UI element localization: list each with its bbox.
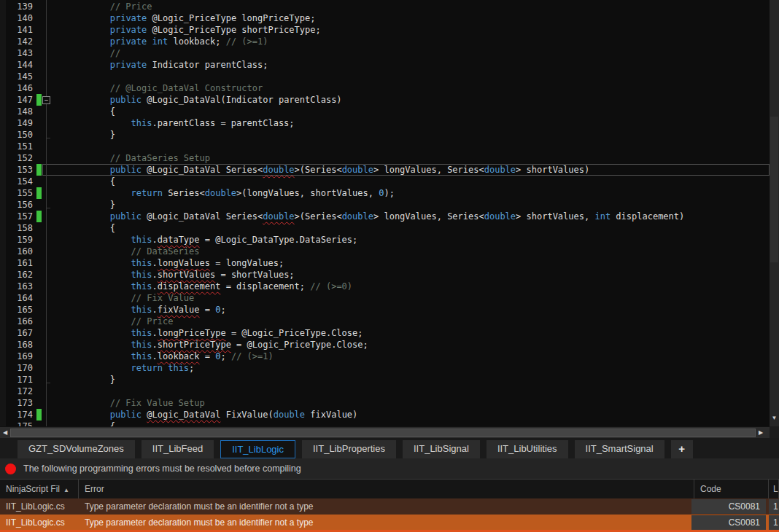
code-line[interactable]: 139 // Price <box>0 1 770 12</box>
code-line[interactable]: 147 public @Logic_DataVal(Indicator pare… <box>0 94 770 106</box>
code-line[interactable]: 154 { <box>0 176 770 187</box>
gutter-marker-column <box>35 339 42 351</box>
code-line[interactable]: 171 } <box>0 374 770 386</box>
line-number: 147 <box>0 94 35 106</box>
line-number: 139 <box>0 1 35 12</box>
error-file-cell: IIT_LibLogic.cs <box>0 515 79 531</box>
code-line[interactable]: 157 public @Logic_DataVal Series<double>… <box>0 211 770 222</box>
code-line[interactable]: 155 return Series<double>(longValues, sh… <box>0 187 770 199</box>
code-line[interactable]: 164 // Fix Value <box>0 292 770 304</box>
line-number: 163 <box>0 281 35 292</box>
gutter-marker-column <box>35 269 42 281</box>
code-line[interactable]: 140 private @Logic_PriceType longPriceTy… <box>0 12 770 24</box>
code-text: this.shortValues = shortValues; <box>42 269 770 281</box>
code-line[interactable]: 174 public @Logic_DataVal FixValue(doubl… <box>0 409 770 420</box>
line-number: 168 <box>0 339 35 351</box>
error-table-row[interactable]: IIT_LibLogic.csType parameter declaratio… <box>0 515 779 531</box>
error-table-row[interactable]: IIT_LibLogic.csType parameter declaratio… <box>0 498 779 515</box>
change-marker <box>36 164 42 176</box>
tab-iit_libutilities[interactable]: IIT_LibUtilities <box>487 440 568 458</box>
code-line[interactable]: 159 this.dataType = @Logic_DataType.Data… <box>0 234 770 246</box>
code-text: this.longValues = longValues; <box>42 257 770 269</box>
code-line[interactable]: 142 private int lookback; // (>=1) <box>0 36 770 47</box>
header-line-column[interactable]: L <box>769 480 779 498</box>
code-line[interactable]: 167 this.longPriceType = @Logic_PriceTyp… <box>0 327 770 339</box>
code-line[interactable]: 152 // DataSeries Setup <box>0 152 770 164</box>
gutter-marker-column <box>35 257 42 269</box>
gutter-marker-column <box>35 281 42 292</box>
code-line[interactable]: 151 <box>0 141 770 152</box>
horizontal-scrollbar-thumb[interactable] <box>10 429 756 437</box>
code-line[interactable]: 150 } <box>0 129 770 141</box>
vertical-scrollbar[interactable]: ▼ <box>770 0 779 426</box>
code-text: this.dataType = @Logic_DataType.DataSeri… <box>42 234 770 246</box>
code-editor[interactable]: 139 // Price140 private @Logic_PriceType… <box>0 0 770 426</box>
gutter-marker-column <box>35 211 42 222</box>
tab-gzt_sdvolumezones[interactable]: GZT_SDVolumeZones <box>18 440 135 458</box>
gutter-marker-column <box>35 292 42 304</box>
tab-iit_libfeed[interactable]: IIT_LibFeed <box>142 440 214 458</box>
line-number: 146 <box>0 82 35 94</box>
code-line[interactable]: 160 // DataSeries <box>0 246 770 257</box>
add-tab-button[interactable]: + <box>671 440 693 458</box>
line-number: 170 <box>0 362 35 374</box>
header-file-label: NinjaScript Fil <box>6 484 60 494</box>
code-line[interactable]: 161 this.longValues = longValues; <box>0 257 770 269</box>
line-number: 162 <box>0 269 35 281</box>
code-text: public @Logic_DataVal FixValue(double fi… <box>42 409 770 420</box>
code-line[interactable]: 149 this.parentClass = parentClass; <box>0 117 770 129</box>
line-number: 157 <box>0 211 35 222</box>
code-line[interactable]: 165 this.fixValue = 0; <box>0 304 770 316</box>
gutter-marker-column <box>35 386 42 397</box>
code-line[interactable]: 172 <box>0 386 770 397</box>
line-number: 166 <box>0 316 35 327</box>
code-line[interactable]: 168 this.shortPriceType = @Logic_PriceTy… <box>0 339 770 351</box>
gutter-marker-column <box>35 94 42 106</box>
gutter-marker-column <box>35 24 42 36</box>
code-line[interactable]: 156 } <box>0 199 770 211</box>
fold-collapse-icon[interactable]: − <box>42 96 50 104</box>
gutter-marker-column <box>35 12 42 24</box>
code-line[interactable]: 144 private Indicator parentClass; <box>0 59 770 71</box>
code-line[interactable]: 158 { <box>0 222 770 234</box>
code-line[interactable]: 141 private @Logic_PriceType shortPriceT… <box>0 24 770 36</box>
code-line[interactable]: 146 // @Logic_DataVal Constructor <box>0 82 770 94</box>
code-line[interactable]: 145 <box>0 71 770 82</box>
code-line[interactable]: 175 { <box>0 420 770 426</box>
code-text <box>42 141 770 152</box>
code-line[interactable]: 173 // Fix Value Setup <box>0 397 770 409</box>
code-line[interactable]: 153 public @Logic_DataVal Series<double>… <box>0 164 770 176</box>
error-code-cell: CS0081 <box>691 515 766 530</box>
code-text: private int lookback; // (>=1) <box>42 36 770 47</box>
line-number: 154 <box>0 176 35 187</box>
vertical-scrollbar-thumb[interactable] <box>770 117 778 262</box>
scroll-left-icon[interactable]: ◀ <box>1 429 9 437</box>
header-error-column[interactable]: Error <box>79 480 694 498</box>
tab-iit_libproperties[interactable]: IIT_LibProperties <box>302 440 396 458</box>
sort-ascending-icon: ▲ <box>63 487 69 493</box>
code-line[interactable]: 166 // Price <box>0 316 770 327</box>
code-line[interactable]: 148 { <box>0 106 770 117</box>
tab-iit_smartsignal[interactable]: IIT_SmartSignal <box>575 440 664 458</box>
fold-guide-line <box>46 0 47 426</box>
code-text: { <box>42 420 770 426</box>
gutter-marker-column <box>35 36 42 47</box>
tab-iit_libsignal[interactable]: IIT_LibSignal <box>403 440 480 458</box>
code-text: return this; <box>42 362 770 374</box>
code-text: return Series<double>(longValues, shortV… <box>42 187 770 199</box>
code-line[interactable]: 163 this.displacement = displacement; //… <box>0 281 770 292</box>
code-line[interactable]: 170 return this; <box>0 362 770 374</box>
tab-iit_liblogic[interactable]: IIT_LibLogic <box>220 440 295 458</box>
horizontal-scrollbar[interactable]: ◀ ▶ <box>0 426 770 438</box>
header-code-column[interactable]: Code <box>694 480 769 498</box>
scroll-right-icon[interactable]: ▶ <box>756 429 765 437</box>
change-marker <box>36 409 42 420</box>
code-line[interactable]: 162 this.shortValues = shortValues; <box>0 269 770 281</box>
header-file-column[interactable]: NinjaScript Fil▲ <box>0 480 79 498</box>
scroll-down-icon[interactable]: ▼ <box>770 413 779 423</box>
error-table-header: NinjaScript Fil▲ Error Code L <box>0 480 779 498</box>
code-text: this.displacement = displacement; // (>=… <box>42 281 770 292</box>
code-line[interactable]: 169 this.lookback = 0; // (>=1) <box>0 351 770 362</box>
code-text: // DataSeries <box>42 246 770 257</box>
code-line[interactable]: 143 // <box>0 47 770 59</box>
